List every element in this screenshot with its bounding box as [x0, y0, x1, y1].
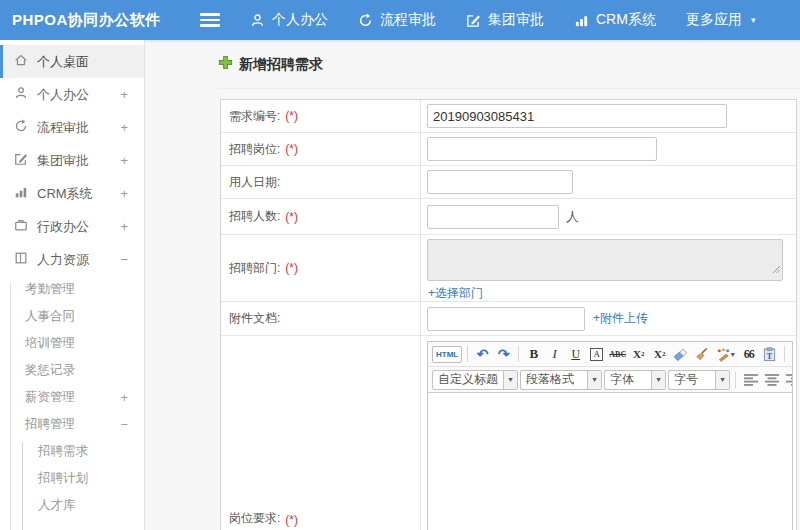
- sidebar-item-label: 招聘计划: [38, 470, 88, 487]
- nav-more-apps[interactable]: 更多应用 ▾: [686, 11, 756, 29]
- align-left-icon[interactable]: [741, 370, 760, 389]
- custom-title-dropdown[interactable]: 自定义标题 ▾: [432, 370, 518, 390]
- expand-plus-icon[interactable]: +: [120, 390, 128, 405]
- collapse-minus-icon[interactable]: −: [120, 252, 128, 267]
- sidebar-item-workflow-approval[interactable]: 流程审批 +: [0, 111, 144, 144]
- format-brush-icon[interactable]: [692, 345, 711, 364]
- sidebar-item-personal-desktop[interactable]: 个人桌面: [0, 45, 144, 78]
- blockquote-button[interactable]: 66: [739, 345, 758, 364]
- rich-text-editor: HTML ↶ ↷ B I U A ABC X2 X2: [427, 341, 793, 530]
- caret-down-icon: ▾: [508, 375, 512, 384]
- sidebar-item-label: 行政办公: [37, 218, 89, 236]
- app-window: PHPOA协同办公软件 个人办公 流程审批 集团审批: [0, 0, 800, 530]
- toolbar-separator: [735, 372, 736, 388]
- form-row-headcount: 招聘人数: (*) 人: [221, 199, 796, 235]
- nav-workflow-approval[interactable]: 流程审批: [358, 11, 436, 29]
- expand-plus-icon[interactable]: +: [120, 153, 128, 168]
- sidebar-item-personal-office[interactable]: 个人办公 +: [0, 78, 144, 111]
- collapse-minus-icon[interactable]: −: [120, 417, 128, 432]
- bold-button[interactable]: B: [524, 345, 543, 364]
- html-source-button[interactable]: HTML: [432, 346, 462, 363]
- label-text: 用人日期:: [229, 174, 280, 191]
- font-size-dropdown[interactable]: 字号 ▾: [668, 370, 730, 390]
- sidebar-item-recruit-demand[interactable]: 招聘需求: [0, 438, 144, 465]
- sidebar-item-label: 人力资源: [37, 251, 89, 269]
- hire-date-input[interactable]: [427, 170, 573, 194]
- field-label: 用人日期:: [221, 166, 421, 198]
- label-text: 需求编号:: [229, 108, 280, 125]
- redo-icon[interactable]: ↷: [494, 345, 513, 364]
- sidebar-item-label: 流程审批: [37, 119, 89, 137]
- sidebar-item-group-approval[interactable]: 集团审批 +: [0, 144, 144, 177]
- label-text: 招聘部门:: [229, 260, 280, 277]
- sidebar-item-label: 招聘需求: [38, 443, 88, 460]
- top-navigation: 个人办公 流程审批 集团审批 CRM系统 更多应用: [250, 11, 755, 29]
- paste-text-icon[interactable]: T: [760, 345, 779, 364]
- inline-style-button[interactable]: A: [587, 345, 606, 364]
- format-color-icon[interactable]: ▾: [713, 345, 737, 364]
- expand-plus-icon[interactable]: +: [120, 120, 128, 135]
- form-row-department: 招聘部门: (*) +选择部门: [221, 235, 796, 302]
- required-mark: (*): [285, 261, 298, 275]
- headcount-input[interactable]: [427, 205, 559, 229]
- font-color-button[interactable]: A▾: [790, 345, 792, 364]
- sidebar-item-label: 集团审批: [37, 152, 89, 170]
- caret-down-icon: ▾: [751, 15, 756, 25]
- nav-crm-system[interactable]: CRM系统: [574, 11, 656, 29]
- add-plus-icon: [218, 55, 233, 74]
- sidebar-item-talent-pool[interactable]: 人才库: [0, 492, 144, 519]
- sidebar: 个人桌面 个人办公 + 流程审批 + 集团审批 + CRM系统 +: [0, 40, 145, 530]
- attachment-input[interactable]: [427, 307, 585, 331]
- italic-button[interactable]: I: [545, 345, 564, 364]
- eraser-icon[interactable]: [671, 345, 690, 364]
- sidebar-item-admin-office[interactable]: 行政办公 +: [0, 210, 144, 243]
- menu-toggle-icon[interactable]: [200, 13, 220, 27]
- sidebar-item-reward-punishment[interactable]: 奖惩记录: [0, 357, 144, 384]
- required-mark: (*): [285, 109, 298, 123]
- workflow-icon: [358, 13, 373, 28]
- sidebar-item-recruit-mgmt[interactable]: 招聘管理 −: [0, 411, 144, 438]
- sidebar-item-recruit-plan[interactable]: 招聘计划: [0, 465, 144, 492]
- recruitment-form: 需求编号: (*) 招聘岗位: (*) 用人日期:: [220, 99, 797, 530]
- superscript-button[interactable]: X2: [629, 345, 648, 364]
- sidebar-item-label: 考勤管理: [25, 281, 75, 298]
- sidebar-item-attendance-mgmt[interactable]: 考勤管理: [0, 276, 144, 303]
- expand-plus-icon[interactable]: +: [120, 219, 128, 234]
- sidebar-item-training-mgmt[interactable]: 培训管理: [0, 330, 144, 357]
- page-title: 新增招聘需求: [218, 55, 323, 74]
- editor-content-area[interactable]: [428, 393, 792, 530]
- nav-label: CRM系统: [596, 11, 656, 29]
- main-content: 新增招聘需求 需求编号: (*) 招聘岗位: (*): [145, 40, 800, 530]
- nav-personal-office[interactable]: 个人办公: [250, 11, 328, 29]
- sidebar-item-crm-system[interactable]: CRM系统 +: [0, 177, 144, 210]
- expand-plus-icon[interactable]: +: [120, 186, 128, 201]
- approval-edit-icon: [14, 152, 28, 169]
- label-text: 岗位要求:: [229, 510, 280, 527]
- subscript-button[interactable]: X2: [650, 345, 669, 364]
- department-textarea[interactable]: [427, 239, 783, 281]
- align-right-icon[interactable]: [783, 370, 792, 389]
- demand-no-input[interactable]: [427, 104, 727, 128]
- toolbar-separator: [784, 346, 785, 362]
- font-family-dropdown[interactable]: 字体 ▾: [604, 370, 666, 390]
- field-label: 岗位要求: (*): [221, 336, 421, 530]
- workflow-icon: [14, 119, 28, 136]
- home-icon: [14, 53, 28, 70]
- caret-down-icon: ▾: [656, 375, 660, 384]
- select-department-link[interactable]: +选择部门: [428, 285, 483, 302]
- nav-group-approval[interactable]: 集团审批: [466, 11, 544, 29]
- underline-button[interactable]: U: [566, 345, 585, 364]
- caret-down-icon: ▾: [592, 375, 596, 384]
- bar-chart-icon: [574, 13, 589, 28]
- position-input[interactable]: [427, 137, 657, 161]
- attachment-upload-link[interactable]: +附件上传: [593, 310, 648, 327]
- paragraph-format-dropdown[interactable]: 段落格式 ▾: [520, 370, 602, 390]
- expand-plus-icon[interactable]: +: [120, 87, 128, 102]
- undo-icon[interactable]: ↶: [473, 345, 492, 364]
- sidebar-item-hr-contract[interactable]: 人事合同: [0, 303, 144, 330]
- sidebar-item-salary-mgmt[interactable]: 薪资管理 +: [0, 384, 144, 411]
- sidebar-item-human-resources[interactable]: 人力资源 −: [0, 243, 144, 276]
- sidebar-item-label: 招聘管理: [25, 416, 75, 433]
- strikethrough-button[interactable]: ABC: [608, 345, 627, 364]
- align-center-icon[interactable]: [762, 370, 781, 389]
